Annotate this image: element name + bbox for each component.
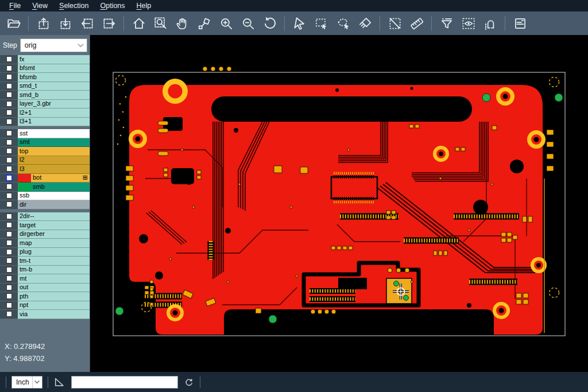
layer-label[interactable]: bfsmt (18, 64, 90, 73)
layer-checkbox[interactable] (6, 240, 12, 246)
layer-visibility-cell[interactable] (0, 212, 18, 222)
layer-visibility-cell[interactable] (0, 230, 18, 239)
layer-visibility-cell[interactable] (0, 284, 18, 293)
layer-visibility-cell[interactable] (0, 239, 18, 248)
zoom-in-button[interactable] (216, 14, 236, 33)
layer-label[interactable]: smd_b (18, 91, 90, 100)
layer-visibility-cell[interactable] (0, 292, 18, 301)
layer-visibility-cell[interactable] (0, 174, 18, 183)
layer-row-l2[interactable]: l2 (0, 156, 90, 165)
layer-label[interactable]: target (18, 221, 90, 230)
layer-label[interactable]: dirgerber (18, 230, 90, 239)
layer-checkbox[interactable] (6, 56, 12, 62)
layer-visibility-cell[interactable] (0, 108, 18, 118)
layer-row-mt[interactable]: mt (0, 274, 90, 284)
layer-checkbox[interactable] (6, 222, 12, 228)
pcb-canvas[interactable] (90, 35, 588, 372)
filter-funnel-button[interactable] (436, 14, 457, 33)
layer-checkbox[interactable] (6, 184, 12, 189)
grid-icon[interactable]: ⊞ (83, 174, 88, 181)
layer-label[interactable]: plug (18, 248, 90, 257)
layer-row-bot[interactable]: bot⊞ (0, 174, 90, 183)
layer-label[interactable]: sst (18, 129, 90, 138)
layer-checkbox[interactable] (6, 214, 12, 219)
zoom-out-button[interactable] (238, 14, 258, 33)
measure-shape-button[interactable] (194, 14, 214, 33)
layer-row-top[interactable]: top (0, 147, 90, 156)
ruler-button[interactable] (407, 14, 427, 33)
layer-visibility-cell[interactable] (0, 156, 18, 165)
layer-visibility-cell[interactable] (0, 192, 18, 201)
layer-row-bfsmt[interactable]: bfsmt (0, 64, 90, 73)
layer-label[interactable]: bfsmb (18, 73, 90, 82)
layer-visibility-cell[interactable] (0, 73, 18, 82)
layer-visibility-cell[interactable] (0, 147, 18, 156)
layer-checkbox[interactable] (6, 267, 12, 273)
refresh-icon[interactable] (183, 377, 195, 388)
layer-visibility-cell[interactable] (0, 301, 18, 311)
layer-checkbox[interactable] (6, 193, 12, 199)
layer-visibility-cell[interactable] (0, 138, 18, 148)
layer-row-layer_3.gbr[interactable]: layer_3.gbr (0, 100, 90, 109)
layer-visibility-cell[interactable] (0, 55, 18, 64)
zoom-previous-button[interactable] (260, 14, 280, 33)
layer-row-smd_b[interactable]: smd_b (0, 91, 90, 100)
angle-measure-icon[interactable] (53, 376, 66, 389)
layer-row-npt[interactable]: npt (0, 301, 90, 311)
layer-checkbox[interactable] (6, 201, 12, 207)
snap-magnet-button[interactable] (480, 14, 500, 33)
layer-checkbox[interactable] (6, 231, 12, 237)
layer-checkbox[interactable] (6, 101, 12, 107)
layer-label[interactable]: fx (18, 55, 90, 64)
layer-row-smt[interactable]: smt (0, 138, 90, 148)
layer-label[interactable]: 2dir-- (18, 212, 90, 222)
layer-label[interactable]: tm-t (18, 257, 90, 266)
layer-row-pth[interactable]: pth (0, 292, 90, 301)
layer-checkbox[interactable] (6, 65, 12, 71)
layer-row-plug[interactable]: plug (0, 248, 90, 257)
layer-row-tm-b[interactable]: tm-b (0, 266, 90, 275)
layer-visibility-cell[interactable] (0, 64, 18, 73)
layer-row-map[interactable]: map (0, 239, 90, 248)
layer-row-tm-t[interactable]: tm-t (0, 257, 90, 266)
zoom-window-button[interactable] (150, 14, 171, 33)
layer-visibility-cell[interactable] (0, 82, 18, 91)
layer-visibility-cell[interactable] (0, 165, 18, 174)
layer-label[interactable]: tm-b (18, 266, 90, 275)
layer-checkbox[interactable] (6, 174, 13, 181)
layer-checkbox[interactable] (6, 275, 12, 281)
layer-label[interactable]: bot⊞ (31, 174, 90, 183)
select-polygon-button[interactable] (333, 14, 353, 33)
layer-label[interactable]: l3+1 (18, 118, 90, 127)
layer-label[interactable]: layer_3.gbr (18, 100, 90, 109)
layer-label[interactable]: l3 (18, 165, 90, 174)
layer-visibility-cell[interactable] (0, 118, 18, 127)
layer-checkbox[interactable] (6, 139, 12, 145)
layer-checkbox[interactable] (6, 92, 12, 98)
menu-file[interactable]: File (3, 1, 26, 11)
layer-checkbox[interactable] (6, 130, 12, 136)
layer-checkbox[interactable] (6, 166, 12, 172)
layer-visibility-cell[interactable] (0, 200, 18, 209)
layer-row-2dir--[interactable]: 2dir-- (0, 212, 90, 222)
layer-visibility-cell[interactable] (0, 183, 18, 192)
layer-row-l3[interactable]: l3 (0, 165, 90, 174)
layer-visibility-cell[interactable] (0, 266, 18, 275)
layer-label[interactable]: npt (18, 301, 90, 311)
layer-row-out[interactable]: out (0, 284, 90, 293)
layer-label[interactable]: dir (18, 200, 90, 209)
layer-label[interactable]: smb (31, 183, 90, 192)
select-arrow-button[interactable] (289, 14, 310, 33)
layer-visibility-cell[interactable] (0, 129, 18, 138)
layer-row-l2+1[interactable]: l2+1 (0, 108, 90, 118)
layer-label[interactable]: ssb (18, 192, 90, 201)
layer-checkbox[interactable] (6, 249, 12, 255)
layer-row-target[interactable]: target (0, 221, 90, 230)
layer-checkbox[interactable] (6, 311, 12, 317)
layer-label[interactable]: pth (18, 292, 90, 301)
layer-row-dir[interactable]: dir (0, 200, 90, 209)
clean-brush-button[interactable] (355, 14, 375, 33)
show-eye-button[interactable] (458, 14, 478, 33)
layer-checkbox[interactable] (6, 148, 12, 154)
layer-label[interactable]: smt (18, 138, 90, 148)
